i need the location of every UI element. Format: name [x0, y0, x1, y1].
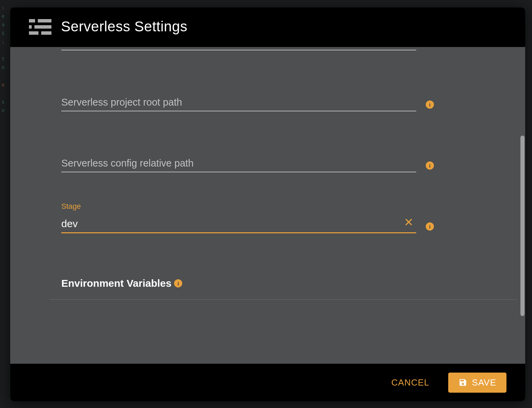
config-path-field[interactable]: Serverless config relative path — [61, 151, 416, 172]
save-button[interactable]: SAVE — [448, 373, 506, 393]
clear-icon[interactable] — [404, 217, 413, 227]
dialog-body: Serverless project root path i Serverles… — [10, 47, 525, 364]
root-path-field[interactable]: Serverless project root path — [61, 90, 416, 111]
root-path-placeholder: Serverless project root path — [61, 97, 182, 108]
scrollbar-thumb[interactable] — [520, 136, 525, 316]
save-button-label: SAVE — [472, 377, 496, 388]
dialog-footer: CANCEL SAVE — [10, 364, 525, 401]
dialog-header: Serverless Settings — [10, 7, 525, 47]
settings-dialog: Serverless Settings Serverless project r… — [10, 7, 525, 401]
cancel-button[interactable]: CANCEL — [391, 377, 429, 388]
env-vars-heading-text: Environment Variables — [61, 278, 171, 289]
root-path-row: Serverless project root path i — [61, 90, 512, 111]
prior-field-row — [61, 47, 512, 50]
config-path-placeholder: Serverless config relative path — [61, 158, 193, 169]
info-icon[interactable]: i — [426, 100, 434, 109]
stage-field[interactable]: Stage — [61, 211, 416, 233]
stage-input[interactable] — [61, 218, 416, 230]
info-icon[interactable]: i — [426, 222, 434, 231]
save-icon — [458, 378, 467, 387]
stage-row: Stage i — [61, 211, 512, 233]
info-icon[interactable]: i — [174, 279, 182, 287]
section-divider — [49, 299, 517, 300]
env-vars-heading: Environment Variables i — [61, 278, 512, 289]
prior-field-underline — [61, 47, 416, 50]
config-path-row: Serverless config relative path i — [61, 151, 512, 172]
stage-label: Stage — [61, 202, 81, 211]
info-icon[interactable]: i — [426, 161, 434, 170]
dialog-title: Serverless Settings — [61, 18, 187, 35]
serverless-logo-icon — [29, 18, 51, 35]
